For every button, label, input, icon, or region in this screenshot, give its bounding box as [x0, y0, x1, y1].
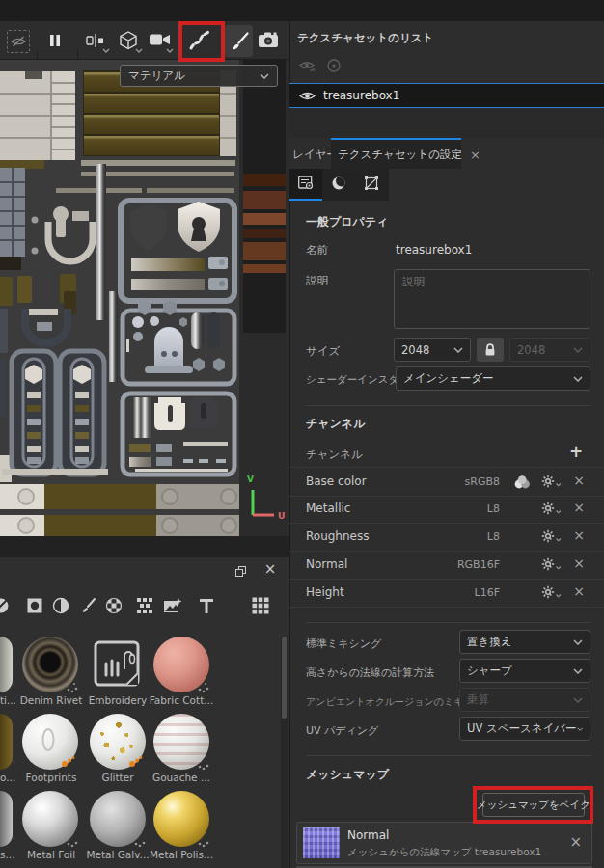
remove-channel-icon[interactable]: ×	[573, 474, 585, 487]
material-thumb-partial[interactable]	[0, 637, 13, 692]
symmetry-button[interactable]	[86, 33, 105, 48]
channel-name: Normal	[306, 557, 347, 571]
annotation-box-particles-brush	[178, 21, 225, 62]
material-label: Fabric Cott...	[147, 694, 216, 706]
filters-filter-icon[interactable]	[52, 597, 69, 614]
tab-bar: レイヤー テクスチャセットの設定 ×	[289, 138, 604, 169]
solo-visibility-icon[interactable]	[325, 58, 343, 73]
shader-sphere-icon	[331, 176, 346, 194]
paint-brush-tool-active[interactable]	[225, 25, 253, 57]
chevron-down-icon	[260, 73, 269, 79]
material-label: Metal Foil	[16, 849, 86, 860]
shader-instance-value: メインシェーダー	[403, 371, 494, 386]
texture-set-row[interactable]: treasurebox1	[289, 83, 604, 108]
spray-badge-icon	[128, 755, 143, 771]
stencil-visibility-icon[interactable]	[7, 30, 30, 53]
remove-channel-icon[interactable]: ×	[573, 556, 585, 570]
subtab-shader[interactable]	[322, 169, 355, 201]
description-textarea[interactable]	[394, 269, 590, 329]
dots-badge-icon	[67, 681, 78, 695]
remove-meshmap-icon[interactable]: ×	[569, 835, 582, 849]
size-height-select-disabled: 2048	[509, 338, 590, 362]
remove-channel-icon[interactable]: ×	[573, 529, 585, 542]
shelf-scrollbar-track[interactable]	[281, 637, 288, 868]
ao-mixing-select-disabled: 乗算	[459, 688, 590, 712]
panel-gap	[0, 536, 289, 557]
channel-row[interactable]: Roughness L8 ×	[289, 523, 604, 552]
grid-view-icon[interactable]	[252, 597, 269, 614]
channel-settings-gear-icon[interactable]	[541, 529, 562, 544]
pause-engine-button[interactable]	[48, 34, 62, 47]
shader-instance-select[interactable]: メインシェーダー	[396, 366, 590, 391]
perspective-dropdown-chevron-icon[interactable]	[135, 48, 143, 53]
subtab-uv[interactable]	[355, 169, 388, 201]
description-label: 説明	[306, 274, 328, 288]
tab-close-icon[interactable]: ×	[470, 148, 480, 162]
tab-layers[interactable]: レイヤー	[289, 140, 331, 169]
material-thumb-embroidery[interactable]	[90, 637, 146, 692]
alphas-filter-icon[interactable]	[26, 597, 43, 614]
material-thumb-partial[interactable]	[0, 714, 13, 770]
shelf-float-icon[interactable]	[234, 565, 246, 577]
brushes-filter-icon[interactable]	[79, 597, 96, 614]
texture-set-list-title: テクスチャセットのリスト	[297, 31, 433, 45]
symmetry-dropdown-chevron-icon[interactable]	[102, 48, 110, 53]
channel-row[interactable]: Normal RGB16F ×	[289, 551, 604, 580]
channel-row[interactable]: Metallic L8 ×	[289, 495, 604, 524]
uv-padding-select[interactable]: UV スペースネイバー	[459, 717, 590, 741]
material-label: ti...	[0, 694, 15, 706]
toggle-all-visibility-icon[interactable]	[297, 58, 316, 73]
camera-view-button[interactable]	[149, 32, 172, 47]
size-select[interactable]: 2048	[394, 338, 471, 362]
ao-mixing-value: 乗算	[467, 692, 489, 707]
normal-mixing-select[interactable]: 置き換え	[459, 630, 590, 654]
channel-name: Metallic	[306, 502, 350, 515]
add-channel-button[interactable]: +	[569, 442, 583, 461]
viewport-material-dropdown[interactable]: マテリアル	[120, 65, 278, 87]
viewport-material-label: マテリアル	[128, 68, 185, 83]
texture-set-settings-icon	[298, 176, 315, 193]
meshmap-item-row[interactable]: Normal メッシュからの法線マップ treasurebox1 ×	[296, 822, 592, 864]
meshmap-title: Normal	[347, 828, 389, 842]
shelf-scrollbar-handle[interactable]	[282, 637, 287, 719]
camera-dropdown-chevron-icon[interactable]	[166, 48, 174, 53]
channel-settings-gear-icon[interactable]	[541, 502, 562, 516]
size-lock-button[interactable]	[477, 338, 504, 362]
tab-settings-active[interactable]: テクスチャセットの設定 ×	[331, 138, 461, 169]
material-label: Footprints	[16, 772, 86, 783]
shelf-close-icon[interactable]: ×	[262, 561, 278, 577]
dots-badge-icon	[67, 835, 78, 850]
axis-v-label: V	[247, 475, 254, 484]
remove-channel-icon[interactable]: ×	[573, 584, 585, 598]
height-to-normal-select[interactable]: シャープ	[459, 659, 590, 683]
substance-painter-window: { "colors": { "accent_blue": "#2b7fd4", …	[0, 0, 604, 868]
channel-settings-gear-icon[interactable]	[541, 557, 562, 572]
uv-padding-label: UV パディング	[306, 723, 378, 738]
channel-row[interactable]: Height L16F ×	[289, 579, 604, 608]
name-label: 名前	[306, 243, 328, 258]
material-thumb-partial[interactable]	[0, 791, 13, 847]
subtab-settings-active[interactable]	[289, 169, 322, 201]
height-to-normal-value: シャープ	[467, 664, 512, 678]
size-label: サイズ	[306, 344, 340, 359]
size-value: 2048	[401, 343, 429, 357]
uv-islands-canvas	[0, 60, 289, 536]
channels-title: チャンネル	[306, 416, 365, 432]
smart-materials-filter-icon[interactable]	[163, 597, 182, 614]
uv-square-icon	[364, 176, 379, 194]
screenshot-camera-button[interactable]	[258, 31, 279, 48]
channel-settings-gear-icon[interactable]	[541, 585, 562, 600]
materials-filter-icon[interactable]	[0, 597, 10, 614]
channel-format: sRGB8	[465, 475, 500, 488]
procedurals-filter-icon[interactable]	[136, 597, 153, 614]
text-filter-icon[interactable]	[199, 597, 214, 614]
chevron-down-icon	[573, 376, 583, 382]
chevron-down-icon	[573, 668, 583, 674]
textures-filter-icon[interactable]	[105, 597, 123, 614]
eye-icon[interactable]	[299, 91, 316, 101]
uv-viewport[interactable]: V U	[0, 60, 289, 536]
shelf-panel: × ti... Denim Ri	[0, 557, 289, 868]
remove-channel-icon[interactable]: ×	[573, 501, 585, 514]
channel-row[interactable]: Base color sRGB8 ×	[289, 467, 604, 497]
channel-settings-gear-icon[interactable]	[541, 475, 562, 489]
